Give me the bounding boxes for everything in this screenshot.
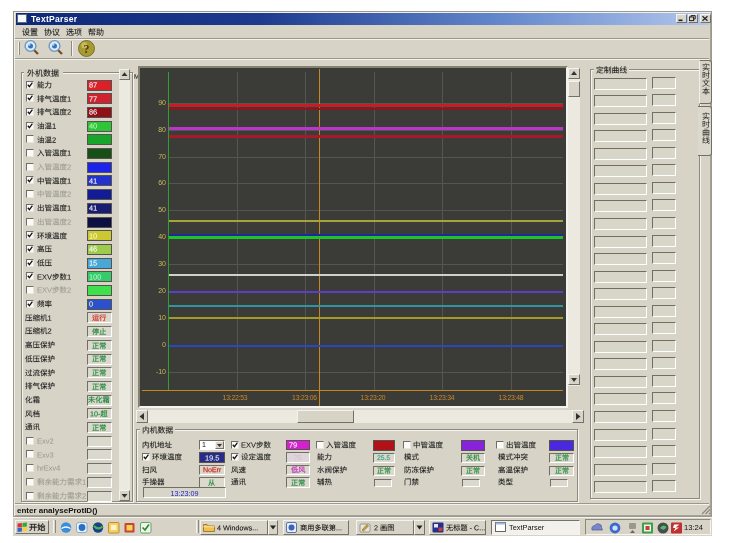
svg-text:?: ? xyxy=(84,42,90,56)
